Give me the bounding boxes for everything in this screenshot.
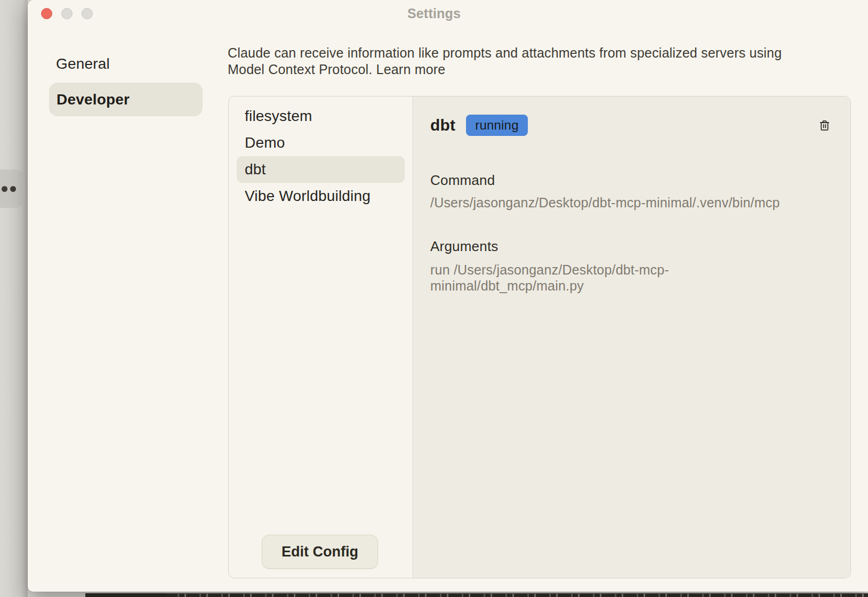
learn-more-link[interactable]: Learn more	[376, 62, 446, 77]
background-overflow-button[interactable]	[0, 170, 25, 208]
zoom-button[interactable]	[82, 8, 93, 19]
dot-icon	[2, 186, 7, 192]
server-item-filesystem[interactable]: filesystem	[237, 103, 405, 130]
sidebar-item-developer[interactable]: Developer	[49, 83, 203, 116]
server-detail-header: dbt running	[430, 115, 832, 136]
obscured-background-text	[85, 593, 165, 597]
server-item-vibe-worldbuilding[interactable]: Vibe Worldbuilding	[237, 183, 405, 209]
server-item-demo[interactable]: Demo	[237, 130, 405, 156]
arguments-value: run /Users/jasonganz/Desktop/dbt-mcp-min…	[430, 262, 692, 294]
description-text: Claude can receive information like prom…	[228, 45, 782, 77]
server-name: dbt	[430, 116, 455, 134]
edit-config-button[interactable]: Edit Config	[262, 535, 378, 569]
delete-server-button[interactable]	[816, 117, 832, 133]
obscured-background-text	[85, 593, 868, 597]
server-item-dbt[interactable]: dbt	[237, 156, 405, 183]
sidebar-item-general[interactable]: General	[56, 53, 117, 75]
command-value: /Users/jasonganz/Desktop/dbt-mcp-minimal…	[430, 195, 814, 211]
trash-icon	[818, 119, 831, 132]
background-app-strip	[0, 0, 28, 597]
dot-icon	[10, 186, 16, 192]
sidebar-item-label: Developer	[49, 83, 203, 116]
mcp-servers-panel: dbt running Command /Users/jasonganz/Des…	[228, 96, 851, 578]
command-label: Command	[430, 172, 495, 188]
close-button[interactable]	[41, 8, 52, 19]
server-list: filesystem Demo dbt Vibe Worldbuilding	[229, 103, 413, 209]
server-detail-pane: dbt running Command /Users/jasonganz/Des…	[413, 96, 850, 578]
mcp-description: Claude can receive information like prom…	[228, 45, 817, 77]
arguments-label: Arguments	[430, 238, 499, 254]
status-badge: running	[466, 115, 527, 136]
settings-window: General Developer Claude can receive inf…	[28, 0, 868, 592]
titlebar[interactable]	[28, 0, 868, 29]
minimize-button[interactable]	[61, 8, 73, 19]
